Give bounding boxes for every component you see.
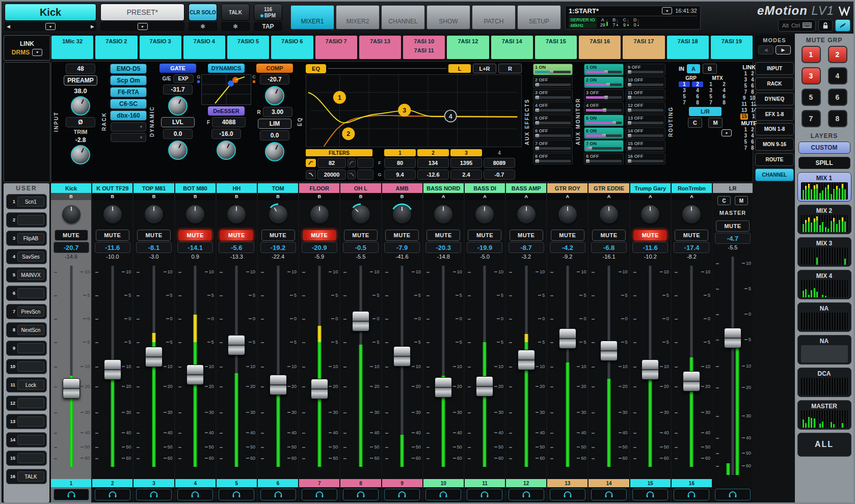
lr-fader-value[interactable]: -4.7 [715, 233, 751, 244]
user-button-1[interactable]: 1Scn1 [6, 194, 47, 209]
phantom-48v-button[interactable]: 48 [66, 64, 95, 74]
headphone-button[interactable] [136, 489, 172, 500]
fader-cap[interactable] [393, 346, 411, 367]
detail-nav-rack[interactable]: RACK [755, 77, 794, 90]
mtx-assign-8[interactable]: 8 [718, 100, 730, 105]
mtx-assign-2[interactable]: 2 [718, 81, 730, 87]
eq-band-1-select[interactable]: 1 [384, 149, 416, 156]
mute-button[interactable]: MUTE [303, 230, 336, 241]
rack-slot-7[interactable]: ▼ [111, 133, 146, 142]
grp-assign-8[interactable]: 8 [692, 100, 703, 105]
mute-button[interactable]: MUTE [137, 230, 171, 241]
user-button-16[interactable]: 16TALK [6, 469, 47, 484]
pan-knob[interactable] [62, 205, 81, 223]
mon-send-10[interactable]: 10 OFF [626, 76, 665, 88]
channel-name[interactable]: Trump Gary [630, 183, 671, 193]
grp-assign-1[interactable]: 1 [679, 81, 690, 87]
eq-graph[interactable]: 1 2 3 4 [306, 74, 522, 147]
eq-mode-L+R[interactable]: L+R [473, 64, 496, 73]
window-collapse-button[interactable] [835, 19, 850, 32]
lr-fader-track[interactable]: 10505102030405060 [713, 253, 753, 487]
link-4[interactable]: 4 [751, 77, 754, 83]
pan-knob[interactable] [682, 205, 701, 223]
input-select-9[interactable]: 7ASI 107ASI 11 [403, 35, 445, 60]
fader-track[interactable]: 10505102030405060 [299, 262, 339, 479]
mute-button[interactable]: MUTE [551, 230, 584, 241]
mute-button[interactable]: MUTE [96, 230, 129, 241]
fader-track[interactable]: 10505102030405060 [92, 262, 132, 479]
eq-mode-L[interactable]: L [448, 64, 471, 73]
mute-button[interactable]: MUTE [178, 230, 212, 241]
channel-name[interactable]: BASS NORD [423, 183, 464, 193]
gate-threshold-value[interactable]: -31.7 [163, 85, 193, 95]
fader-cap[interactable] [352, 311, 369, 331]
channel-name[interactable]: FLOOR [299, 183, 339, 193]
fader-track[interactable]: 10505102030405060 [51, 262, 91, 479]
rack-slot-2[interactable]: Scp Om [110, 75, 147, 86]
gate-threshold-knob[interactable] [168, 96, 188, 116]
mute-button[interactable]: MUTE [675, 230, 708, 241]
fader-value[interactable]: -17.4 [674, 242, 709, 253]
headphone-button[interactable] [260, 489, 296, 500]
pan-knob[interactable] [558, 205, 577, 223]
rack-slot-1[interactable]: EMO-D5 [110, 64, 147, 74]
efx-send-2[interactable]: 2 OFF [533, 76, 573, 88]
headphone-button[interactable] [509, 489, 544, 500]
link-7[interactable]: 7 [744, 89, 747, 95]
lr-mute-button[interactable]: MUTE [716, 220, 750, 232]
input-select-11[interactable]: 7ASI 14 [491, 35, 533, 60]
mon-send-6[interactable]: 6 ON [584, 127, 624, 139]
fader-value[interactable]: -0.5 [343, 242, 379, 253]
fader-cap[interactable] [683, 371, 700, 391]
mutegrp-assign-7[interactable]: 7 [744, 145, 747, 151]
mute-button[interactable]: MUTE [426, 230, 460, 241]
mutegrp-assign-2[interactable]: 2 [751, 127, 754, 133]
fader-cap[interactable] [476, 376, 493, 397]
eq-band-4-gain[interactable]: -0.7 [484, 170, 515, 180]
mutegrp-assign-4[interactable]: 4 [751, 133, 754, 139]
headphone-button[interactable] [302, 489, 337, 500]
dynamics-threshold-value[interactable]: -16.0 [211, 129, 241, 139]
mon-send-2[interactable]: 2 ON [584, 76, 624, 88]
channel-name[interactable]: BASS AMP [506, 183, 546, 193]
channel-name[interactable]: TOM [258, 183, 298, 193]
mon-send-9[interactable]: 9 OFF [626, 64, 665, 75]
efx-send-8[interactable]: 8 OFF [533, 153, 573, 164]
mute-grp-1[interactable]: 1 [801, 46, 821, 63]
preamp-gain-knob[interactable] [71, 96, 90, 116]
mutegrp-assign-3[interactable]: 3 [744, 133, 747, 139]
fader-value[interactable]: -8.7 [509, 242, 544, 253]
eq-band-4-select[interactable]: 4 [484, 149, 515, 156]
mutegrp-assign-8[interactable]: 8 [751, 145, 754, 151]
hpf2-icon[interactable] [348, 158, 356, 167]
grp-assign-4[interactable]: 4 [692, 88, 703, 93]
group-dropdown-icon[interactable]: ▼ [32, 49, 42, 56]
link-10[interactable]: 10 [750, 95, 755, 101]
detail-nav-dyn-eq[interactable]: DYN/EQ [755, 93, 794, 105]
hpf-freq-value[interactable]: 82 [317, 158, 346, 168]
efx-send-7[interactable]: 7 OFF [533, 140, 573, 152]
headphone-button[interactable] [219, 489, 254, 500]
input-select-15[interactable]: 7ASI 18 [666, 35, 709, 60]
comp-gain-knob[interactable] [265, 142, 284, 161]
gate-lvl-button[interactable]: LVL [161, 117, 195, 127]
layer-na[interactable]: NA [797, 302, 851, 332]
mtx-assign-5[interactable]: 5 [705, 94, 716, 99]
mute-button[interactable]: MUTE [633, 230, 667, 241]
layer-na[interactable]: NA [797, 335, 851, 365]
lock-button[interactable] [818, 19, 833, 32]
phase-button[interactable]: Ø [66, 117, 95, 127]
mute-grp-6[interactable]: 6 [828, 89, 847, 106]
pan-knob[interactable] [475, 205, 494, 223]
lr-headphone-button[interactable] [715, 489, 751, 500]
eq-band-1-freq[interactable]: 80 [384, 158, 416, 168]
fader-cap[interactable] [186, 365, 204, 385]
channel-name[interactable]: TOP M81 [133, 183, 174, 193]
selected-channel-display[interactable]: Kick [5, 4, 96, 21]
eq-band-3-freq[interactable]: 1395 [450, 158, 482, 168]
fader-track[interactable]: 10505102030405060 [465, 262, 505, 479]
link-2[interactable]: 2 [751, 71, 754, 77]
fader-cap[interactable] [642, 359, 659, 380]
fader-cap[interactable] [518, 350, 535, 370]
user-button-7[interactable]: 7PrevScn [6, 304, 47, 319]
